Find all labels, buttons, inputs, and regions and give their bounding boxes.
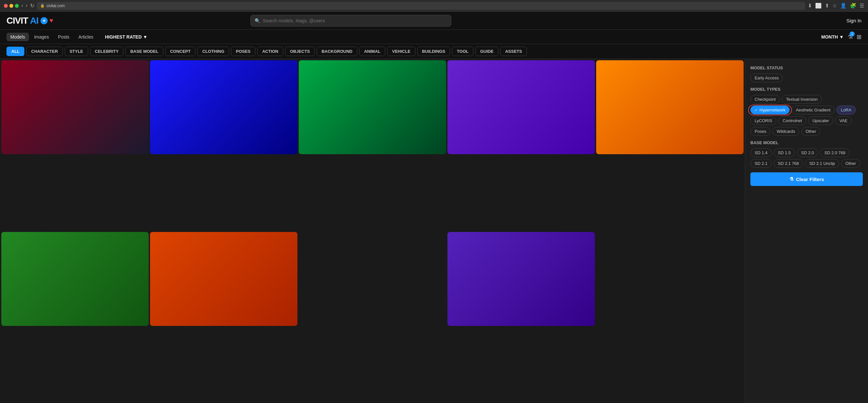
- nav-articles[interactable]: Articles: [74, 33, 97, 41]
- model-types-chips: Checkpoint Textual Inversion ✓ Hypernetw…: [750, 95, 863, 136]
- sd20-768-chip[interactable]: SD 2.0 768: [820, 148, 849, 157]
- logo-civit-text: CIVIT: [6, 16, 28, 26]
- aesthetic-gradient-chip[interactable]: Aesthetic Gradient: [792, 105, 835, 114]
- chevron-down-icon: ▼: [143, 34, 148, 39]
- cat-tab-animal[interactable]: ANIMAL: [359, 46, 385, 56]
- model-card[interactable]: [150, 60, 298, 154]
- cat-tab-celebrity[interactable]: CELEBRITY: [90, 46, 124, 56]
- nav-models[interactable]: Models: [6, 33, 29, 41]
- early-access-chip[interactable]: Early Access: [750, 73, 783, 82]
- browser-navigation: ‹ › ↻: [21, 3, 34, 9]
- model-card[interactable]: [447, 232, 595, 326]
- search-input[interactable]: [263, 18, 447, 23]
- browser-window-controls: [4, 4, 19, 8]
- reload-icon[interactable]: ↻: [30, 3, 34, 9]
- hypernetwork-chip[interactable]: ✓ Hypernetwork: [750, 105, 789, 114]
- top-nav: CIVITAI + ♥ 🔍 Sign In: [0, 12, 868, 30]
- vae-chip[interactable]: VAE: [835, 116, 852, 125]
- cat-tab-clothing[interactable]: CLOTHING: [197, 46, 229, 56]
- sort-selector[interactable]: HIGHEST RATED ▼: [101, 33, 151, 41]
- model-card[interactable]: [447, 60, 595, 154]
- sub-nav: Models Images Posts Articles HIGHEST RAT…: [0, 30, 868, 44]
- cat-tab-guide[interactable]: GUIDE: [475, 46, 498, 56]
- base-model-chips: SD 1.4 SD 1.5 SD 2.0 SD 2.0 768 SD 2.1 S…: [750, 148, 863, 168]
- other-base-model-chip[interactable]: Other: [841, 159, 860, 168]
- sd15-chip[interactable]: SD 1.5: [774, 148, 795, 157]
- cat-tab-buildings[interactable]: BUILDINGS: [417, 46, 451, 56]
- url-text: civitai.com: [46, 4, 65, 8]
- lock-icon: 🔒: [40, 4, 45, 8]
- sd21-768-chip[interactable]: SD 2.1 768: [774, 159, 803, 168]
- upscaler-chip[interactable]: Upscaler: [808, 116, 833, 125]
- back-icon[interactable]: ‹: [21, 3, 23, 9]
- sd20-chip[interactable]: SD 2.0: [797, 148, 818, 157]
- nav-images[interactable]: Images: [30, 33, 53, 41]
- lycoris-chip[interactable]: LyCORIS: [750, 116, 776, 125]
- download-icon[interactable]: ⬇: [808, 3, 812, 9]
- cat-tab-style[interactable]: STYLE: [65, 46, 88, 56]
- url-bar[interactable]: 🔒 civitai.com: [37, 2, 805, 10]
- cat-tab-poses[interactable]: POSES: [231, 46, 255, 56]
- share-icon[interactable]: ⬆: [825, 3, 829, 9]
- cat-tab-character[interactable]: CHARACTER: [26, 46, 63, 56]
- hypernetwork-label: Hypernetwork: [760, 107, 785, 113]
- model-card[interactable]: [299, 232, 446, 326]
- sd21-chip[interactable]: SD 2.1: [750, 159, 772, 168]
- logo: CIVITAI + ♥: [6, 16, 53, 26]
- sub-nav-links: Models Images Posts Articles: [6, 33, 97, 41]
- checkpoint-chip[interactable]: Checkpoint: [750, 95, 780, 104]
- add-button[interactable]: +: [40, 17, 48, 24]
- tab-icon[interactable]: ⬜: [815, 3, 822, 9]
- filter-button[interactable]: ⚗ 1: [847, 33, 853, 40]
- period-selector[interactable]: MONTH ▼: [822, 34, 844, 39]
- model-card[interactable]: [150, 232, 298, 326]
- poses-chip[interactable]: Poses: [750, 127, 771, 136]
- cat-tab-all[interactable]: ALL: [6, 46, 24, 56]
- bookmark-icon[interactable]: ☆: [832, 3, 837, 9]
- sign-in-button[interactable]: Sign In: [846, 18, 862, 23]
- heart-icon[interactable]: ♥: [50, 17, 53, 24]
- cat-tab-vehicle[interactable]: VEHICLE: [387, 46, 415, 56]
- textual-inversion-chip[interactable]: Textual Inversion: [782, 95, 822, 104]
- cat-tab-base-model[interactable]: BASE MODEL: [125, 46, 163, 56]
- cat-tab-concept[interactable]: CONCEPT: [165, 46, 196, 56]
- other-model-type-chip[interactable]: Other: [801, 127, 820, 136]
- controlnet-chip[interactable]: Controlnet: [778, 116, 806, 125]
- model-card[interactable]: [1, 60, 149, 154]
- model-grid: [0, 59, 745, 403]
- cat-tab-tool[interactable]: TOOL: [452, 46, 473, 56]
- model-card[interactable]: [1, 232, 149, 326]
- search-icon: 🔍: [255, 18, 260, 23]
- model-card[interactable]: [299, 60, 446, 154]
- period-label: MONTH: [822, 34, 838, 39]
- sd21-unclip-chip[interactable]: SD 2.1 Unclip: [805, 159, 839, 168]
- category-tabs: ALL CHARACTER STYLE CELEBRITY BASE MODEL…: [0, 44, 868, 59]
- profile-icon[interactable]: 👤: [840, 3, 847, 9]
- minimize-window-button[interactable]: [9, 4, 13, 8]
- main-layout: Model status Early Access Model types Ch…: [0, 59, 868, 403]
- filter-panel: Model status Early Access Model types Ch…: [745, 59, 868, 403]
- forward-icon[interactable]: ›: [26, 3, 27, 9]
- sd14-chip[interactable]: SD 1.4: [750, 148, 772, 157]
- lora-chip[interactable]: LoRA: [837, 105, 856, 114]
- wildcards-chip[interactable]: Wildcards: [772, 127, 799, 136]
- nav-posts[interactable]: Posts: [54, 33, 73, 41]
- filter-badge: 1: [849, 31, 855, 37]
- logo-ai-text: AI: [30, 16, 38, 26]
- model-types-section-title: Model types: [750, 87, 863, 92]
- cat-tab-assets[interactable]: ASSETS: [500, 46, 527, 56]
- model-card[interactable]: [596, 60, 744, 154]
- cat-tab-background[interactable]: BACKGROUND: [316, 46, 357, 56]
- cat-tab-action[interactable]: ACTION: [257, 46, 283, 56]
- search-bar[interactable]: 🔍: [250, 15, 451, 27]
- base-model-section-title: Base model: [750, 140, 863, 145]
- sub-nav-right: MONTH ▼ ⚗ 1 ⊞: [822, 33, 862, 40]
- close-window-button[interactable]: [4, 4, 8, 8]
- menu-icon[interactable]: ☰: [860, 3, 864, 9]
- layout-toggle[interactable]: ⊞: [857, 33, 862, 40]
- sort-label: HIGHEST RATED: [105, 34, 142, 39]
- maximize-window-button[interactable]: [15, 4, 19, 8]
- clear-filters-button[interactable]: ⚗ Clear Filters: [750, 172, 863, 186]
- extensions-icon[interactable]: 🧩: [850, 3, 856, 9]
- cat-tab-objects[interactable]: OBJECTS: [285, 46, 315, 56]
